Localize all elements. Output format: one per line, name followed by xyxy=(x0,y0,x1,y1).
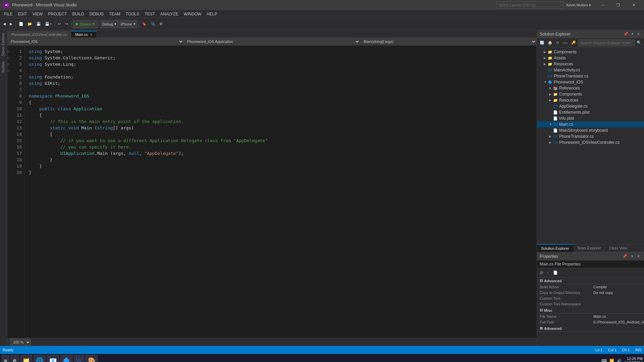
tree-item-phonetranslator2[interactable]: ▶ C# PhoneTranslator.cs xyxy=(537,133,644,139)
bookmark-button[interactable]: 🔖 xyxy=(140,19,148,29)
tree-item-appdelegate[interactable]: C# AppDelegate.cs xyxy=(537,103,644,109)
tree-label: Resources xyxy=(559,98,578,103)
props-pages-btn[interactable]: 📄 xyxy=(551,269,559,276)
back-button[interactable]: ◀ xyxy=(1,19,7,29)
menu-window[interactable]: WINDOW xyxy=(181,10,204,18)
menu-debug[interactable]: DEBUG xyxy=(87,10,107,18)
menu-file[interactable]: FILE xyxy=(1,10,15,18)
props-pin-button[interactable]: 📌 xyxy=(621,253,629,259)
tab-close-icon[interactable]: ✕ xyxy=(90,33,93,37)
tree-item-maincs[interactable]: ▼ C# Main.cs xyxy=(537,121,644,127)
tab-class-view[interactable]: Class View xyxy=(605,244,631,252)
debug-config-dropdown[interactable]: Debug ▾ xyxy=(101,20,118,28)
word-button[interactable]: W xyxy=(73,355,85,362)
tree-item-infoplist[interactable]: 📄 Info.plist xyxy=(537,115,644,121)
tree-item-phoneword-ios[interactable]: ▼ 🔷 Phoneword_iOS xyxy=(537,79,644,85)
tab-team-explorer[interactable]: Team Explorer xyxy=(573,244,605,252)
paint-button[interactable]: 🎨 xyxy=(85,355,98,362)
prop-value xyxy=(593,296,641,300)
tree-item-phonetranslator1[interactable]: C# PhoneTranslator.cs xyxy=(537,73,644,79)
cs-file-icon: C# xyxy=(553,134,558,138)
keyboard-icon: ⌨ xyxy=(601,359,607,362)
menu-project[interactable]: PROJECT xyxy=(45,10,69,18)
attach-button[interactable]: 📎 xyxy=(149,19,157,29)
section-misc: ⊟ Misc xyxy=(537,307,644,314)
tree-item-assets[interactable]: ▶ 📁 Assets xyxy=(537,55,644,61)
tab-main-label: Main.cs xyxy=(75,33,88,37)
zoom-dropdown[interactable]: 100 % xyxy=(10,339,31,346)
user-name[interactable]: Kevin Mullins ▾ xyxy=(566,3,591,7)
target-device-dropdown[interactable]: iPhone ▾ xyxy=(119,20,137,28)
tree-item-viewcontroller[interactable]: ▶ C# Phoneword_iOSViewController.cs xyxy=(537,139,644,145)
save-button[interactable]: 💾 xyxy=(35,19,43,29)
forward-button[interactable]: ▶ xyxy=(8,19,14,29)
solution-explorer-title: Solution Explorer xyxy=(540,32,622,37)
se-code-btn[interactable]: </> xyxy=(561,40,569,46)
dropdown-button[interactable]: ▾ xyxy=(630,31,635,37)
menu-help[interactable]: HELP xyxy=(204,10,220,18)
menu-team[interactable]: TEAM xyxy=(106,10,123,18)
collapse-icon[interactable]: ⊟ xyxy=(540,279,543,283)
play-button[interactable]: ▶ Device ▾ xyxy=(73,20,98,28)
tree-item-references[interactable]: ■ 📚 References xyxy=(537,85,644,91)
restore-button[interactable]: ❐ xyxy=(610,0,626,10)
namespace-dropdown[interactable]: Phoneword_iOS xyxy=(7,38,184,46)
settings-button[interactable]: ⚙ xyxy=(158,19,164,29)
undo-button[interactable]: ↩ xyxy=(56,19,63,29)
quick-launch-input[interactable] xyxy=(496,1,564,9)
tree-item-mainstoryboard[interactable]: 📄 MainStoryboard.storyboard xyxy=(537,127,644,133)
se-search-btn[interactable]: 🔍 xyxy=(635,40,643,46)
tree-item-resources2[interactable]: ▶ 📁 Resources xyxy=(537,97,644,103)
se-key-btn[interactable]: 🔑 xyxy=(570,40,577,46)
explorer-button[interactable]: 📁 xyxy=(20,355,33,362)
solution-explorer-search[interactable] xyxy=(578,40,635,46)
expand-icon: ▶ xyxy=(544,56,548,60)
start-button[interactable]: ⊞ xyxy=(1,355,10,362)
tab-phoneword-viewcontroller[interactable]: Phoneword_iOSViewController.cs xyxy=(7,31,71,38)
pin-button[interactable]: 📌 xyxy=(622,31,630,37)
ie-icon: e xyxy=(13,357,16,362)
props-close-button[interactable]: ✕ xyxy=(636,253,641,259)
panel-close-button[interactable]: ✕ xyxy=(636,31,641,37)
props-alpha-btn[interactable]: ↕ xyxy=(545,269,551,276)
tab-solution-explorer[interactable]: Solution Explorer xyxy=(537,244,573,252)
menu-analyze[interactable]: ANALYZE xyxy=(158,10,181,18)
open-button[interactable]: 📂 xyxy=(26,19,34,29)
toolbox-tab[interactable]: Toolbox xyxy=(0,59,7,75)
server-explorer-tab[interactable]: Server Explorer xyxy=(0,30,7,59)
se-home-button[interactable]: 🏠 xyxy=(546,40,554,46)
menu-edit[interactable]: EDIT xyxy=(15,10,30,18)
editor-scrollbar[interactable] xyxy=(533,46,537,338)
right-panel: Solution Explorer 📌 ▾ ✕ 🔄 🏠 ⚙ </> 🔑 🔍 ▶ … xyxy=(537,30,644,346)
collapse-icon[interactable]: ⊞ xyxy=(540,326,543,330)
menu-bar: FILE EDIT VIEW PROJECT BUILD DEBUG TEAM … xyxy=(0,10,644,18)
se-refresh-button[interactable]: 🔄 xyxy=(538,40,546,46)
new-project-button[interactable]: 📄 xyxy=(17,19,25,29)
chrome-button[interactable]: 🌐 xyxy=(33,355,46,362)
menu-build[interactable]: BUILD xyxy=(69,10,87,18)
props-dropdown-button[interactable]: ▾ xyxy=(630,253,635,259)
tree-item-components1[interactable]: ▶ 📁 Components xyxy=(537,49,644,55)
menu-tools[interactable]: TOOLS xyxy=(123,10,142,18)
tree-item-resources1[interactable]: ▶ 📁 Resources xyxy=(537,61,644,67)
vs-taskbar-button[interactable]: 🔷 xyxy=(60,355,73,362)
save-all-button[interactable]: 💾+ xyxy=(43,19,53,29)
close-button[interactable]: ✕ xyxy=(626,0,641,10)
se-settings-btn[interactable]: ⚙ xyxy=(554,40,560,46)
redo-button[interactable]: ↪ xyxy=(63,19,70,29)
props-grid-btn[interactable]: ⊞ xyxy=(538,269,545,276)
project-icon: 🔷 xyxy=(548,80,552,84)
collapse-icon[interactable]: ⊟ xyxy=(540,308,543,312)
tab-main-cs[interactable]: Main.cs ✕ xyxy=(71,31,97,38)
tree-item-entitlements[interactable]: 📄 Entitlements.plist xyxy=(537,109,644,115)
tree-item-mainactivity[interactable]: C# MainActivity.cs xyxy=(537,67,644,73)
menu-view[interactable]: VIEW xyxy=(30,10,46,18)
code-editor[interactable]: using System; using System.Collections.G… xyxy=(25,46,533,338)
method-dropdown[interactable]: Main(string[] args) xyxy=(360,38,537,46)
outlook-button[interactable]: 📧 xyxy=(47,355,59,362)
tree-item-components2[interactable]: ▶ 📁 Components xyxy=(537,91,644,97)
menu-test[interactable]: TEST xyxy=(142,10,158,18)
ie-button[interactable]: e xyxy=(10,355,19,362)
minimize-button[interactable]: ─ xyxy=(595,0,610,10)
class-dropdown[interactable]: Phoneword_iOS.Application xyxy=(184,38,360,46)
